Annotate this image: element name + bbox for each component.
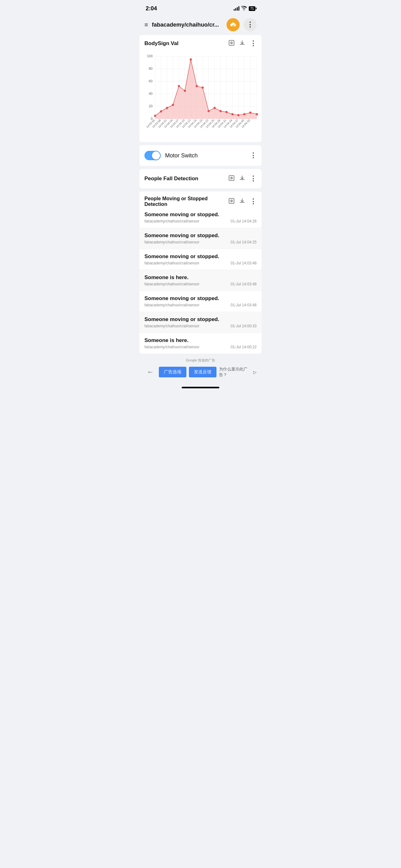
list-item: Someone moving or stopped. fabacademy/ch… bbox=[139, 312, 262, 333]
svg-text:40: 40 bbox=[149, 92, 152, 95]
svg-point-43 bbox=[208, 110, 210, 112]
svg-point-44 bbox=[214, 107, 216, 109]
list-item-title: Someone moving or stopped. bbox=[144, 212, 257, 218]
svg-point-48 bbox=[237, 114, 240, 116]
svg-point-35 bbox=[160, 111, 162, 113]
people-moving-header: People Moving or Stopped Detection ⋮ bbox=[139, 191, 262, 207]
cloud-button[interactable] bbox=[227, 18, 240, 31]
list-item-time: 01-Jul 14:03:48 bbox=[231, 303, 257, 307]
list-item-title: Someone moving or stopped. bbox=[144, 296, 257, 302]
chart-header: BodySign Val ⋮ bbox=[139, 35, 262, 50]
signal-icon bbox=[234, 6, 239, 11]
list-item-source: fabacademy/chaihuo/crail/sensor bbox=[144, 345, 199, 349]
chart-container: 100 80 60 40 20 0 bbox=[139, 50, 262, 142]
list-item-title: Someone moving or stopped. bbox=[144, 253, 257, 260]
svg-point-36 bbox=[166, 107, 168, 109]
people-moving-more-icon[interactable]: ⋮ bbox=[250, 197, 257, 206]
svg-point-39 bbox=[184, 90, 186, 92]
svg-text:100: 100 bbox=[147, 54, 152, 58]
list-item-time: 01-Jul 14:04:26 bbox=[231, 219, 257, 223]
people-moving-card: People Moving or Stopped Detection ⋮ Som… bbox=[139, 191, 262, 353]
list-item-meta: fabacademy/chaihuo/crail/sensor 01-Jul 1… bbox=[144, 240, 257, 244]
chart-actions: ⋮ bbox=[228, 39, 257, 48]
ad-label: Google 投放的广告 bbox=[139, 357, 262, 364]
chart-filter-icon[interactable] bbox=[228, 40, 235, 48]
motor-switch-left: Motor Switch bbox=[144, 151, 198, 160]
svg-point-34 bbox=[154, 115, 156, 117]
people-fall-more-icon[interactable]: ⋮ bbox=[250, 175, 257, 183]
list-item-time: 01-Jul 14:00:33 bbox=[231, 324, 257, 328]
toggle-knob bbox=[152, 151, 160, 160]
home-indicator bbox=[139, 380, 262, 393]
people-moving-actions: ⋮ bbox=[228, 197, 257, 206]
svg-point-47 bbox=[231, 113, 234, 116]
status-time: 2:04 bbox=[146, 5, 157, 12]
chart-title: BodySign Val bbox=[144, 40, 178, 46]
svg-point-49 bbox=[244, 113, 246, 116]
list-item-meta: fabacademy/chaihuo/crail/sensor 01-Jul 1… bbox=[144, 345, 257, 349]
people-fall-download-icon[interactable] bbox=[239, 175, 245, 182]
list-item-time: 01-Jul 14:03:48 bbox=[231, 282, 257, 286]
motor-switch-card: Motor Switch ⋮ bbox=[139, 145, 262, 166]
motor-switch-more-icon[interactable]: ⋮ bbox=[250, 151, 257, 160]
list-item-meta: fabacademy/chaihuo/crail/sensor 01-Jul 1… bbox=[144, 219, 257, 223]
bodysign-chart-svg: 100 80 60 40 20 0 bbox=[143, 50, 258, 138]
people-moving-title: People Moving or Stopped Detection bbox=[144, 196, 228, 207]
back-button[interactable]: ← bbox=[144, 368, 156, 376]
list-item-time: 01-Jul 14:03:48 bbox=[231, 261, 257, 265]
svg-point-50 bbox=[249, 112, 252, 114]
list-item-title: Someone is here. bbox=[144, 274, 257, 281]
svg-point-37 bbox=[172, 104, 174, 106]
list-item-source: fabacademy/chaihuo/crail/sensor bbox=[144, 219, 199, 223]
list-item-time: 01-Jul 14:00:22 bbox=[231, 345, 257, 349]
nav-title: fabacademy/chaihuo/cr... bbox=[152, 22, 223, 28]
motor-switch-toggle[interactable] bbox=[144, 151, 161, 160]
list-item: Someone moving or stopped. fabacademy/ch… bbox=[139, 228, 262, 249]
bodysign-chart-card: BodySign Val ⋮ bbox=[139, 35, 262, 142]
svg-point-42 bbox=[202, 87, 204, 89]
list-item-meta: fabacademy/chaihuo/crail/sensor 01-Jul 1… bbox=[144, 282, 257, 286]
list-item-source: fabacademy/chaihuo/crail/sensor bbox=[144, 324, 199, 328]
svg-text:80: 80 bbox=[149, 67, 152, 70]
list-item-title: Someone moving or stopped. bbox=[144, 232, 257, 239]
svg-point-51 bbox=[256, 113, 258, 116]
nav-bar: ≡ fabacademy/chaihuo/cr... ⋮ bbox=[139, 16, 262, 35]
people-fall-actions: ⋮ bbox=[228, 175, 257, 183]
battery-icon: 71 bbox=[249, 6, 255, 11]
list-item-source: fabacademy/chaihuo/crail/sensor bbox=[144, 240, 199, 244]
people-moving-filter-icon[interactable] bbox=[228, 198, 235, 205]
ad-feedback-button[interactable]: 发送反馈 bbox=[189, 367, 217, 377]
list-item-source: fabacademy/chaihuo/crail/sensor bbox=[144, 282, 199, 286]
list-item-time: 01-Jul 14:04:25 bbox=[231, 240, 257, 244]
list-item-meta: fabacademy/chaihuo/crail/sensor 01-Jul 1… bbox=[144, 324, 257, 328]
ad-buttons: ← 广告选项 发送反馈 为什么显示此广告？ ▷ bbox=[139, 364, 262, 380]
svg-point-41 bbox=[196, 85, 198, 87]
svg-point-46 bbox=[226, 111, 228, 113]
list-item-source: fabacademy/chaihuo/crail/sensor bbox=[144, 261, 199, 265]
list-item-meta: fabacademy/chaihuo/crail/sensor 01-Jul 1… bbox=[144, 303, 257, 307]
list-item: Someone moving or stopped. fabacademy/ch… bbox=[139, 207, 262, 228]
wifi-icon bbox=[241, 6, 247, 11]
people-fall-filter-icon[interactable] bbox=[228, 175, 235, 182]
people-moving-download-icon[interactable] bbox=[239, 198, 245, 205]
ad-why-text[interactable]: 为什么显示此广告？ ▷ bbox=[219, 366, 257, 378]
ad-options-button[interactable]: 广告选项 bbox=[159, 367, 187, 377]
ad-arrow-icon: ▷ bbox=[253, 370, 257, 375]
svg-point-45 bbox=[220, 110, 222, 112]
svg-point-40 bbox=[190, 59, 192, 61]
svg-point-38 bbox=[178, 85, 180, 87]
nav-more-button[interactable]: ⋮ bbox=[244, 18, 257, 31]
more-dots-icon: ⋮ bbox=[247, 21, 253, 29]
status-icons: 71 bbox=[234, 6, 255, 11]
menu-icon[interactable]: ≡ bbox=[144, 21, 148, 29]
list-item-source: fabacademy/chaihuo/crail/sensor bbox=[144, 303, 199, 307]
people-moving-list: Someone moving or stopped. fabacademy/ch… bbox=[139, 207, 262, 353]
motor-switch-label: Motor Switch bbox=[165, 152, 198, 159]
people-fall-title: People Fall Detection bbox=[144, 176, 198, 182]
list-item-title: Someone moving or stopped. bbox=[144, 316, 257, 322]
svg-text:60: 60 bbox=[149, 79, 152, 83]
status-bar: 2:04 71 bbox=[139, 0, 262, 16]
list-item: Someone moving or stopped. fabacademy/ch… bbox=[139, 249, 262, 270]
chart-more-icon[interactable]: ⋮ bbox=[250, 39, 257, 48]
chart-download-icon[interactable] bbox=[239, 40, 245, 48]
